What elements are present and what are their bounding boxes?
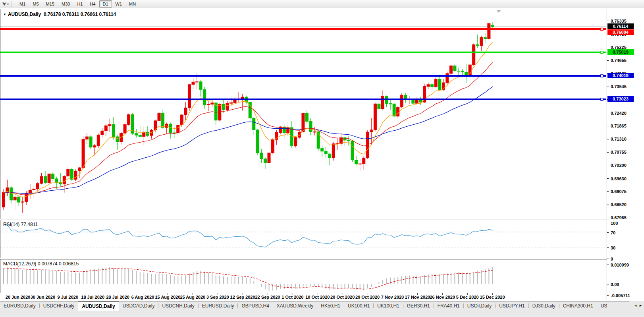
chart-tab-china300-h1[interactable]: CHINA300,H1 <box>559 302 597 310</box>
candle-body <box>108 124 111 126</box>
candle-body <box>74 171 77 179</box>
date-label: 5 Dec 2020 <box>456 295 479 300</box>
indicator-tick-label: 30 <box>611 245 615 250</box>
tab-scroll-right-button[interactable]: ► <box>639 303 642 307</box>
chart-tab-xauusd-weekly[interactable]: XAUUSD,Weekly <box>273 302 317 310</box>
price-tick-label: 0.69075 <box>611 189 627 194</box>
chevron-down-icon[interactable]: ▾ <box>7 2 9 6</box>
date-label: 7 Nov 2020 <box>381 295 404 300</box>
price-tick-label: 0.72420 <box>611 111 627 116</box>
chart-tab-eurusd-daily[interactable]: EURUSD,Daily <box>199 302 238 310</box>
hline-handle[interactable] <box>601 98 603 101</box>
timeframe-button-M5[interactable]: M5 <box>29 0 42 8</box>
price-label-box: 0.76004 <box>607 29 634 35</box>
date-label: 30 Jun 2020 <box>31 295 55 300</box>
hline-handle[interactable] <box>601 28 603 31</box>
chart-tab-audusd-daily[interactable]: AUDUSD,Daily <box>78 302 119 311</box>
chart-tab-eurusd-daily[interactable]: EURUSD,Daily <box>0 302 39 310</box>
candle-body <box>104 126 107 131</box>
timeframe-button-H1[interactable]: H1 <box>73 0 86 8</box>
candle-body <box>63 176 66 184</box>
hline-handle[interactable] <box>601 51 603 54</box>
date-label: 9 Jul 2020 <box>58 295 79 300</box>
timeframe-button-M15[interactable]: M15 <box>42 0 58 8</box>
timeframe-toolbar: ▾ M1M5M15M30H1H4D1W1MN <box>0 0 644 8</box>
timeframe-button-MN[interactable]: MN <box>125 0 139 8</box>
price-tick-mark <box>607 87 609 87</box>
chart-tab-usdchf-daily[interactable]: USDCHF,Daily <box>40 302 78 310</box>
candle-body <box>89 137 92 147</box>
macd-panel[interactable] <box>0 259 607 293</box>
candle-body <box>127 115 130 125</box>
chart-tab-uk100-h1[interactable]: UK100,H1 <box>344 302 373 310</box>
rsi-value: 77.4811 <box>21 222 38 227</box>
price-tick-mark <box>607 113 609 113</box>
timeframe-button-D1[interactable]: D1 <box>99 0 112 8</box>
timeframe-button-H4[interactable]: H4 <box>86 0 99 8</box>
candle-body <box>173 133 175 133</box>
indicator-tick-label: 0.010099 <box>611 263 629 267</box>
candle-body <box>55 179 58 182</box>
candle-body <box>268 153 270 163</box>
candle-body <box>309 122 312 132</box>
chart-tab-fra40-h1[interactable]: FRA40,H1 <box>434 302 463 310</box>
chart-tab-us[interactable]: US <box>597 302 611 310</box>
price-tick-mark <box>607 47 609 47</box>
candle-body <box>199 82 202 90</box>
price-tick-mark <box>607 139 609 139</box>
candle-body <box>279 127 282 132</box>
candle-body <box>2 192 5 207</box>
tab-scroll-arrows: ◄ ► <box>629 301 644 310</box>
price-tick-label: 0.76335 <box>611 19 627 23</box>
date-label: 25 Aug 2020 <box>180 295 205 300</box>
date-label: 6 Aug 2020 <box>131 295 154 300</box>
date-label: 15 Dec 2020 <box>480 295 505 300</box>
tab-scroll-left-button[interactable]: ◄ <box>634 303 637 307</box>
macd-values: 0.007874 0.006815 <box>38 261 79 267</box>
timeframe-button-M30[interactable]: M30 <box>58 0 73 8</box>
candle-body <box>123 124 126 133</box>
timeframe-button-W1[interactable]: W1 <box>112 0 126 8</box>
toolbar-grip[interactable] <box>12 1 14 7</box>
chart-tab-hk50-h1[interactable]: HK50,H1 <box>317 302 344 310</box>
candle-body <box>40 176 43 184</box>
scroll-position-marker[interactable] <box>496 10 501 13</box>
chart-tab-usdjpy-h1[interactable]: USDJPY,H1 <box>496 302 528 310</box>
date-label: 3 Sep 2020 <box>206 295 229 300</box>
candle-body <box>378 104 380 109</box>
candle-body <box>230 102 233 103</box>
candle-body <box>382 96 384 109</box>
candle-body <box>116 137 119 142</box>
timeframe-button-M1[interactable]: M1 <box>16 0 29 8</box>
candle-body <box>67 169 69 176</box>
candle-body <box>218 104 221 120</box>
chart-tab-usdcad-daily[interactable]: USDCAD,Daily <box>119 302 158 310</box>
crosshair-tool-icon[interactable] <box>2 2 7 7</box>
collapse-triangle-icon[interactable]: ▼ <box>3 13 6 16</box>
chart-tab-ger30-h1[interactable]: GER30,H1 <box>403 302 434 310</box>
date-label: 26 Nov 2020 <box>430 295 455 300</box>
candle-body <box>36 184 39 189</box>
candle-body <box>203 89 206 105</box>
price-axis[interactable]: 0.763350.757800.752250.746550.741000.735… <box>607 9 644 301</box>
chart-tab-usdcnh-daily[interactable]: USDCNH,Daily <box>158 302 198 310</box>
indicator-tick-label: 0.00 <box>611 282 619 287</box>
candle-body <box>438 79 441 90</box>
chart-tab-uk100-h1[interactable]: UK100,H1 <box>374 302 403 310</box>
date-axis[interactable]: 20 Jun 202030 Jun 20209 Jul 202018 Jul 2… <box>0 293 607 301</box>
candle-body <box>272 139 274 153</box>
price-chart-panel[interactable] <box>0 9 607 219</box>
chart-tab-gbpusd-h4[interactable]: GBPUSD,H4 <box>238 302 272 310</box>
candle-body <box>362 158 365 164</box>
candle-body <box>332 144 335 158</box>
candle-body <box>359 164 361 164</box>
candle-body <box>13 197 16 200</box>
hline-handle[interactable] <box>601 75 603 77</box>
rsi-panel[interactable] <box>0 220 607 258</box>
price-tick-mark <box>607 191 609 192</box>
candle-body <box>180 115 183 125</box>
candle-body <box>29 190 31 193</box>
chart-tab-dj30-daily[interactable]: DJ30,Daily <box>529 302 559 310</box>
chart-tab-usoil-daily[interactable]: USOil,Daily <box>464 302 495 310</box>
macd-name: MACD(12,26,9) <box>3 261 36 267</box>
